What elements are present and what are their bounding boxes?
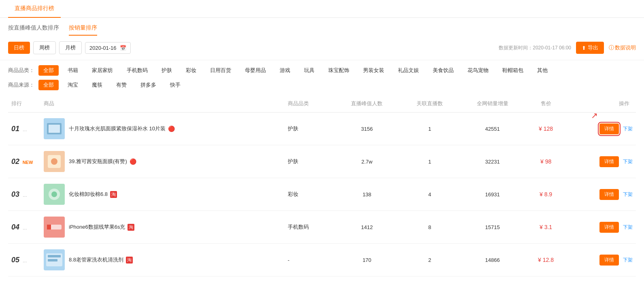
svg-rect-14: [48, 255, 61, 257]
peak-viewers-cell: 138: [333, 178, 401, 211]
price-cell: ¥ 98: [526, 145, 565, 178]
filter-category-makeup[interactable]: 彩妆: [181, 65, 201, 76]
sort-sales[interactable]: 按销量排序: [69, 24, 97, 36]
delist-button[interactable]: 下架: [623, 125, 633, 132]
filter-category-daily[interactable]: 日用百货: [205, 65, 236, 76]
rank-cell: 02 NEW: [8, 145, 40, 178]
detail-button[interactable]: 详情: [599, 255, 619, 266]
col-action: 操作: [565, 95, 636, 113]
filter-category-pets[interactable]: 花鸟宠物: [463, 65, 493, 76]
btn-day[interactable]: 日榜: [8, 42, 30, 54]
svg-point-5: [51, 158, 57, 165]
rank-number: 02: [11, 157, 19, 166]
filter-category-all[interactable]: 全部: [38, 65, 59, 76]
data-info-label: 数据说明: [615, 44, 636, 51]
filter-category-food[interactable]: 美食饮品: [428, 65, 459, 76]
filter-category-bags[interactable]: 鞋帽箱包: [497, 65, 528, 76]
action-cell: 详情 下架: [565, 145, 636, 178]
price-cell: ¥ 12.8: [526, 244, 565, 276]
col-category: 商品品类: [285, 95, 334, 113]
filter-source-kuaishou[interactable]: 快手: [165, 80, 185, 90]
tab-bar: 直播商品排行榜: [0, 0, 644, 18]
delist-button[interactable]: 下架: [623, 158, 633, 165]
delist-button[interactable]: 下架: [623, 224, 633, 231]
data-table: 排行 商品 商品品类 直播峰值人数 关联直播数 全网销量增量 售价 操作 01 …: [8, 95, 636, 276]
product-name: iPhone6数据线苹果6s充 淘: [69, 223, 134, 231]
filter-section: 商品品类： 全部 书籍 家居家纺 手机数码 护肤 彩妆 日用百货 母婴用品 游戏…: [0, 60, 644, 95]
rank-badge: …: [23, 193, 27, 198]
filter-category-books[interactable]: 书籍: [63, 65, 83, 76]
btn-month[interactable]: 月榜: [59, 41, 82, 54]
filter-category-jewelry[interactable]: 珠宝配饰: [323, 65, 354, 76]
tab-live-rank[interactable]: 直播商品排行榜: [8, 0, 61, 18]
col-peak-viewers: 直播峰值人数: [333, 95, 401, 113]
sales-growth-cell: 15715: [459, 211, 526, 244]
filter-category-skincare[interactable]: 护肤: [157, 65, 177, 76]
source-filter-row: 商品来源： 全部 淘宝 魔筷 有赞 拼多多 快手: [8, 80, 636, 90]
export-button[interactable]: ⬆ 导出: [576, 42, 604, 54]
sales-growth-cell: 32231: [459, 145, 526, 178]
svg-rect-2: [49, 125, 60, 133]
filter-category-home[interactable]: 家居家纺: [87, 65, 118, 76]
rank-badge: …: [23, 225, 27, 230]
detail-button[interactable]: 详情: [599, 156, 619, 167]
date-value: 2020-01-16: [89, 45, 117, 51]
btn-week[interactable]: 周榜: [33, 41, 56, 54]
sort-bar: 按直播峰值人数排序 按销量排序: [0, 18, 644, 36]
platform-taobao-icon: 淘: [126, 257, 133, 264]
price-cell: ¥ 3.1: [526, 211, 565, 244]
live-count-cell: 2: [401, 244, 459, 276]
peak-viewers-cell: 170: [333, 244, 401, 276]
delist-button[interactable]: 下架: [623, 191, 633, 198]
filter-category-fashion[interactable]: 男装女装: [358, 65, 389, 76]
filter-category-digital[interactable]: 手机数码: [122, 65, 153, 76]
table-row: 05 … 8.8老管家洗衣机清洗剂 淘: [8, 244, 636, 276]
filter-category-games[interactable]: 游戏: [275, 65, 295, 76]
platform-taobao-icon: 淘: [110, 191, 117, 198]
toolbar-right: 数据更新时间：2020-01-17 06:00 ⬆ 导出 ⓘ 数据说明: [499, 42, 636, 54]
rank-cell: 05 …: [8, 244, 40, 276]
filter-category-other[interactable]: 其他: [532, 65, 553, 76]
delist-button[interactable]: 下架: [623, 257, 633, 264]
peak-viewers-cell: 2.7w: [333, 145, 401, 178]
table-row: 02 NEW 39.雅可茜安瓶面膜(有赞) 🔴: [8, 145, 636, 178]
product-thumbnail: [44, 118, 65, 139]
export-label: 导出: [588, 44, 598, 51]
product-name: 十月玫瑰水光肌面膜紧致保湿补水 10片装 🔴: [69, 125, 175, 132]
price-cell: ¥ 8.9: [526, 178, 565, 211]
filter-category-toys[interactable]: 玩具: [299, 65, 319, 76]
filter-category-gifts[interactable]: 礼品文娱: [393, 65, 424, 76]
sales-growth-cell: 14866: [459, 244, 526, 276]
category-cell: 手机数码: [285, 211, 334, 244]
product-cell: 8.8老管家洗衣机清洗剂 淘: [40, 244, 285, 276]
product-thumbnail: [44, 184, 65, 205]
toolbar: 日榜 周榜 月榜 2020-01-16 📅 数据更新时间：2020-01-17 …: [0, 36, 644, 60]
detail-button[interactable]: 详情: [599, 222, 619, 233]
filter-source-all[interactable]: 全部: [38, 80, 59, 90]
update-time: 数据更新时间：2020-01-17 06:00: [499, 45, 571, 51]
filter-source-youzan[interactable]: 有赞: [111, 80, 132, 90]
date-picker[interactable]: 2020-01-16 📅: [85, 42, 131, 54]
filter-category-baby[interactable]: 母婴用品: [240, 65, 271, 76]
filter-source-pinduoduo[interactable]: 拼多多: [136, 80, 161, 90]
hot-icon: 🔴: [168, 125, 175, 132]
col-live-count: 关联直播数: [401, 95, 459, 113]
category-cell: 护肤: [285, 145, 334, 178]
detail-button[interactable]: 详情: [599, 123, 619, 134]
svg-point-8: [51, 191, 57, 197]
sales-growth-cell: 16931: [459, 178, 526, 211]
data-info-button[interactable]: ⓘ 数据说明: [609, 44, 636, 51]
filter-source-mogu[interactable]: 魔筷: [87, 80, 107, 90]
product-cell: 39.雅可茜安瓶面膜(有赞) 🔴: [40, 145, 285, 178]
live-count-cell: 1: [401, 113, 459, 145]
rank-cell: 03 …: [8, 178, 40, 211]
detail-button[interactable]: 详情: [599, 189, 619, 200]
filter-source-taobao[interactable]: 淘宝: [63, 80, 83, 90]
rank-cell: 04 …: [8, 211, 40, 244]
sort-peak[interactable]: 按直播峰值人数排序: [8, 24, 59, 36]
action-cell: ↙ 详情 下架: [565, 113, 636, 145]
calendar-icon: 📅: [120, 45, 126, 51]
col-price: 售价: [526, 95, 565, 113]
info-icon: ⓘ: [609, 44, 614, 51]
platform-taobao-icon: 淘: [128, 224, 134, 231]
